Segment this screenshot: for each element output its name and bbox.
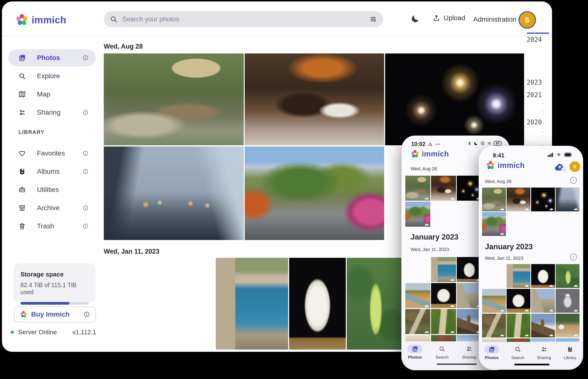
signal-bars-icon [548,153,554,157]
photo-thumbnail[interactable] [216,258,288,350]
photo-thumbnail[interactable]: ☁ [431,176,456,201]
photo-thumbnail[interactable] [104,53,244,145]
photo-thumbnail[interactable]: ☁ [531,289,555,313]
cloud-backup-icon: ☁ [424,329,429,333]
photo-thumbnail[interactable]: ☁ [531,264,555,288]
info-icon[interactable] [83,223,88,229]
photo-thumbnail[interactable]: ☁ [556,264,579,288]
photo-thumbnail[interactable]: ☁ [457,283,482,308]
photo-thumbnail[interactable]: ☁ [507,314,530,337]
photo-thumbnail[interactable]: ☁ [556,188,579,211]
nav-item-search[interactable]: Search [507,345,528,360]
administration-link[interactable]: Administration [473,16,516,23]
photo-thumbnail[interactable]: ☁ [556,289,579,313]
dark-mode-toggle[interactable] [411,14,420,23]
photo-thumbnail[interactable] [531,338,555,342]
photo-thumbnail[interactable]: ☁ [482,264,506,288]
cloud-backup-icon: ☁ [500,231,504,236]
nav-item-photos[interactable]: Photos [405,345,426,360]
nav-item-search[interactable]: Search [431,345,452,360]
photo-thumbnail[interactable]: ☁ [405,257,430,282]
info-icon[interactable] [83,169,88,174]
photo-thumbnail[interactable]: ☁ [531,188,555,211]
backup-sync-cloud-icon[interactable]: ✓ [554,162,566,172]
info-icon[interactable] [83,110,88,115]
month-header: January 2023 [411,233,458,241]
photo-thumbnail[interactable]: ☁ [507,289,530,313]
sidebar-item-albums[interactable]: Albums [8,163,96,180]
photo-thumbnail[interactable]: ☁ [431,257,456,282]
photo-thumbnail[interactable] [556,338,579,342]
user-avatar[interactable]: S [570,161,580,172]
photo-thumbnail[interactable] [431,335,456,341]
info-icon[interactable] [83,205,88,211]
photo-thumbnail[interactable] [104,258,215,350]
sidebar-item-explore[interactable]: Explore [8,67,96,85]
page-background: immich Upload Administration [0,0,588,379]
sidebar-item-photos[interactable]: Photos [8,49,96,66]
photo-thumbnail[interactable]: ☁ [457,257,482,282]
photo-thumbnail[interactable]: ☁ [482,314,506,337]
photo-thumbnail[interactable]: ☁ [482,212,506,236]
sidebar-item-trash[interactable]: Trash [8,218,96,235]
sidebar-item-map[interactable]: Map [8,86,96,103]
user-avatar[interactable]: S [519,11,536,29]
photo-thumbnail[interactable] [507,338,530,342]
photo-thumbnail[interactable]: ☁ [556,314,579,337]
photo-thumbnail[interactable]: ☁ [482,188,506,211]
nav-item-photos[interactable]: Photos [481,345,502,360]
nav-item-sharing[interactable]: Sharing [459,345,480,360]
info-icon[interactable] [83,150,88,156]
photo-thumbnail[interactable]: ☁ [405,309,430,334]
immich-flower-icon [486,161,495,170]
photo-thumbnail[interactable]: ☁ [507,188,530,211]
photo-thumbnail[interactable] [385,53,524,145]
photo-thumbnail[interactable]: ☁ [405,176,430,201]
search-input[interactable] [122,15,365,23]
photo-thumbnail[interactable]: ☁ [405,202,430,227]
sidebar-item-utilities[interactable]: Utilities [8,181,96,198]
photo-thumbnail[interactable]: ☁ [531,314,555,337]
search-bar[interactable] [104,11,383,27]
sidebar-item-archive[interactable]: Archive [8,199,96,217]
photo-thumbnail[interactable]: ☁ [482,289,506,313]
timeline-year-label[interactable]: 2020 [526,119,542,126]
sidebar-item-favorites[interactable]: Favorites [8,145,96,162]
home-indicator[interactable] [437,363,477,365]
photo-thumbnail[interactable]: ☁ [405,283,430,308]
photo-thumbnail[interactable]: ☁ [457,176,482,201]
search-filter-icon[interactable] [370,16,377,23]
buy-immich-button[interactable]: Buy Immich [14,307,96,322]
info-icon[interactable] [83,55,88,61]
select-all-check-icon[interactable]: ✓ [570,254,577,260]
photo-thumbnail[interactable]: ☁ [507,264,530,288]
photo-thumbnail[interactable] [289,258,346,350]
storage-progress-fill [20,302,69,305]
photo-thumbnail[interactable] [104,146,244,240]
home-indicator[interactable] [514,364,549,365]
photo-thumbnail[interactable] [405,335,430,341]
notification-icon [428,142,433,147]
photo-thumbnail[interactable]: ☁ [431,283,456,308]
cloud-backup-icon: ☁ [500,332,504,337]
photo-thumbnail[interactable] [245,53,384,145]
nav-item-library[interactable]: Library [559,345,580,360]
photo-thumbnail[interactable] [347,258,403,350]
photo-thumbnail[interactable] [482,338,506,342]
upload-button[interactable]: Upload [432,14,465,22]
cloud-backup-icon: ☁ [524,307,529,312]
cloud-backup-icon: ☁ [573,283,578,287]
library-icon [562,345,578,353]
sidebar-item-sharing[interactable]: Sharing [8,104,96,121]
timeline-year-label[interactable]: 2023 [526,79,542,86]
photo-thumbnail[interactable] [457,335,482,341]
info-icon[interactable] [84,311,90,317]
timeline-year-label[interactable]: 2021 [526,91,542,99]
select-all-check-icon[interactable]: ✓ [570,177,577,184]
photo-thumbnail[interactable]: ☁ [431,309,456,334]
nav-item-sharing[interactable]: Sharing [534,345,555,360]
photo-thumbnail[interactable] [245,146,384,240]
timeline-year-label[interactable]: 2024 [526,36,542,43]
photo-thumbnail[interactable]: ☁ [457,309,482,334]
month-header: January 2023 [485,242,533,251]
